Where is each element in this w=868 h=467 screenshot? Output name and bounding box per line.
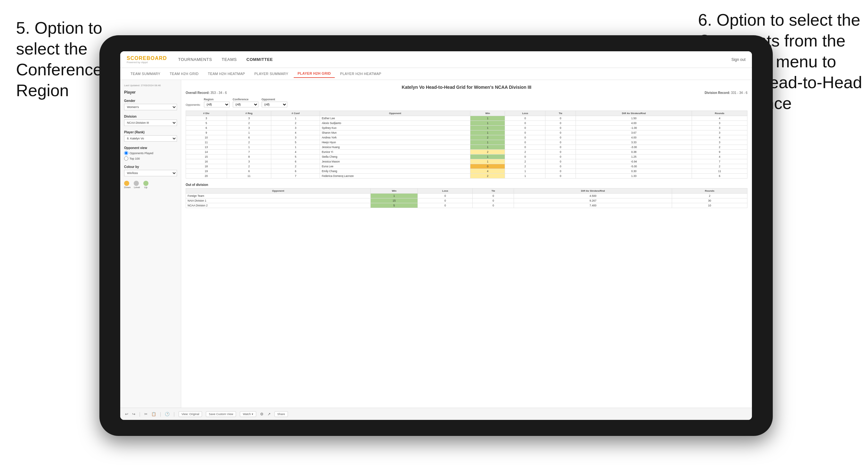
- sidebar-radio-opponents-played[interactable]: Opponents Played: [124, 151, 177, 155]
- region-filter-select[interactable]: (All): [204, 102, 229, 107]
- division-record-label: Division Record:: [705, 91, 730, 95]
- region-filter-label: Region: [204, 98, 229, 101]
- out-th-diff: Diff Av Strokes/Rnd: [514, 188, 672, 194]
- subnav-team-h2h-grid[interactable]: TEAM H2H GRID: [166, 70, 202, 77]
- nav-bar: SCOREBOARD Powered by clippd TOURNAMENTS…: [120, 51, 752, 68]
- nav-links: TOURNAMENTS TEAMS COMMITTEE: [178, 56, 732, 63]
- table-row: 3 3 1 Esther Lee 1 0 0 1.50 4: [186, 116, 747, 121]
- cell-tie: 0: [546, 159, 576, 164]
- subnav-player-h2h-heatmap[interactable]: PLAYER H2H HEATMAP: [336, 70, 385, 77]
- subnav-team-summary[interactable]: TEAM SUMMARY: [127, 70, 164, 77]
- out-th-win: Win: [370, 188, 417, 194]
- cell-opponent: Andrea York: [320, 135, 470, 140]
- cell-opponent: Euna Lee: [320, 164, 470, 169]
- cell-div: 5: [186, 121, 227, 126]
- toolbar-share-btn[interactable]: Share: [275, 411, 288, 417]
- toolbar-save-custom-view-btn[interactable]: Save Custom View: [206, 411, 236, 417]
- table-row: 5 2 2 Alexis Sudjianto 1 0 0 4.00 3: [186, 121, 747, 126]
- cell-conf: 2: [271, 121, 320, 126]
- cell-tie: 0: [546, 126, 576, 130]
- cell-rounds: 6: [692, 174, 747, 179]
- cell-conf: 3: [271, 135, 320, 140]
- sidebar-color-legend: Down Level Up: [124, 181, 177, 189]
- sidebar-radio-opponents-played-input[interactable]: [124, 151, 128, 155]
- cell-diff: 4.00: [576, 121, 692, 126]
- out-of-division-section: Out of division Opponent Win Loss Tie Di…: [186, 183, 747, 208]
- sidebar-player-rank-select[interactable]: 8. Katelyn Vo: [124, 135, 177, 142]
- cell-rounds: 3: [692, 126, 747, 130]
- toolbar-redo-icon[interactable]: ↪: [132, 412, 135, 416]
- last-updated: Last Updated: 27/03/2024 08:46: [124, 84, 177, 87]
- table-row: 16 3 6 Jessica Mason 1 2 0 -0.94 7: [186, 159, 747, 164]
- nav-tournaments[interactable]: TOURNAMENTS: [178, 56, 212, 63]
- cell-div: 15: [186, 155, 227, 159]
- cell-div: 3: [186, 116, 227, 121]
- sidebar-radio-top100-input[interactable]: [124, 156, 128, 161]
- sidebar-opponent-view-label: Opponent view: [124, 146, 177, 150]
- toolbar-clock-icon[interactable]: 🕐: [165, 412, 169, 416]
- th-loss: Loss: [505, 111, 546, 116]
- subnav-player-summary[interactable]: PLAYER SUMMARY: [250, 70, 292, 77]
- sidebar-division-label: Division: [124, 115, 177, 118]
- toolbar-cut-icon[interactable]: ✂: [144, 412, 148, 416]
- toolbar-settings-icon[interactable]: ⚙: [260, 412, 264, 416]
- cell-win: 1: [470, 121, 505, 126]
- sidebar-radio-opponents-played-label: Opponents Played: [129, 152, 153, 155]
- toolbar-undo-icon[interactable]: ↩: [125, 412, 128, 416]
- out-th-opponent: Opponent: [186, 188, 371, 194]
- out-cell-diff: 7.400: [514, 203, 672, 208]
- sidebar-radio-top100[interactable]: Top 100: [124, 156, 177, 161]
- sidebar-gender-select[interactable]: Women's: [124, 104, 177, 110]
- legend-up-dot: [143, 181, 149, 186]
- cell-diff: -5.00: [576, 164, 692, 169]
- sidebar-division-select[interactable]: NCAA Division III: [124, 120, 177, 126]
- subnav-team-h2h-heatmap[interactable]: TEAM H2H HEATMAP: [204, 70, 249, 77]
- th-reg: # Reg: [227, 111, 271, 116]
- sub-nav: TEAM SUMMARY TEAM H2H GRID TEAM H2H HEAT…: [120, 68, 752, 80]
- cell-tie: 0: [546, 130, 576, 135]
- nav-committee[interactable]: COMMITTEE: [247, 56, 273, 63]
- cell-tie: 0: [546, 140, 576, 145]
- opponents-filter-label: Opponents:: [186, 103, 201, 106]
- opponent-filter-select[interactable]: (All): [262, 102, 287, 107]
- legend-down-dot: [124, 181, 129, 186]
- toolbar-share-icon[interactable]: ↗: [268, 412, 271, 416]
- cell-div: 10: [186, 135, 227, 140]
- out-cell-diff: 4.500: [514, 194, 672, 198]
- cell-loss: 0: [505, 140, 546, 145]
- cell-reg: 2: [227, 164, 271, 169]
- toolbar-view-original-btn[interactable]: View: Original: [179, 411, 202, 417]
- conference-filter-group: Conference (All): [233, 98, 258, 107]
- cell-div: 16: [186, 159, 227, 164]
- cell-loss: 1: [505, 174, 546, 179]
- table-row: 10 6 3 Andrea York 2 0 0 4.00 4: [186, 135, 747, 140]
- cell-reg: 1: [227, 145, 271, 150]
- conference-filter-select[interactable]: (All): [233, 102, 258, 107]
- nav-sign-out[interactable]: Sign out: [732, 57, 745, 62]
- cell-tie: 0: [546, 145, 576, 150]
- cell-rounds: 3: [692, 130, 747, 135]
- sidebar-colour-by-section: Colour by Win/loss: [124, 165, 177, 176]
- subnav-player-h2h-grid[interactable]: PLAYER H2H GRID: [294, 69, 335, 78]
- overall-record: Overall Record: 353 - 34 - 6: [186, 91, 227, 95]
- cell-rounds: 4: [692, 155, 747, 159]
- cell-conf: 4: [271, 150, 320, 155]
- toolbar-watch-btn[interactable]: Watch ▾: [240, 411, 256, 417]
- cell-diff: 3.67: [576, 130, 692, 135]
- cell-reg: 3: [227, 126, 271, 130]
- th-opponent: Opponent: [320, 111, 470, 116]
- nav-teams[interactable]: TEAMS: [222, 56, 237, 63]
- sidebar-colour-by-select[interactable]: Win/loss: [124, 170, 177, 176]
- cell-div: 18: [186, 164, 227, 169]
- cell-win: 2: [470, 135, 505, 140]
- main-content: Last Updated: 27/03/2024 08:46 Player Ge…: [120, 80, 752, 408]
- sidebar-gender-section: Gender Women's: [124, 99, 177, 110]
- toolbar-paste-icon[interactable]: 📋: [151, 412, 156, 416]
- cell-opponent: Stella Cheng: [320, 155, 470, 159]
- division-record-value: 331 - 34 - 6: [731, 91, 747, 95]
- cell-diff: -1.00: [576, 126, 692, 130]
- out-cell-opponent: NAIA Division 1: [186, 198, 371, 203]
- out-th-rounds: Rounds: [672, 188, 747, 194]
- cell-loss: 1: [505, 169, 546, 174]
- sidebar-radio-top100-label: Top 100: [129, 157, 140, 160]
